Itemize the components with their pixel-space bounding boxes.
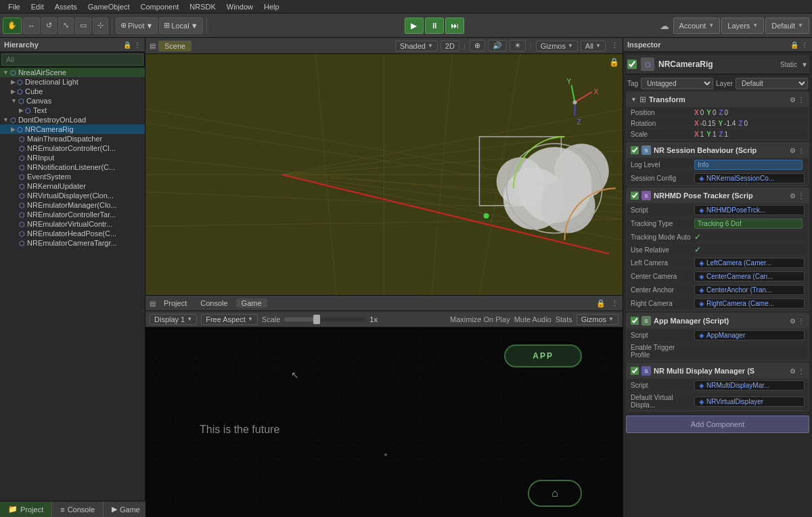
transform-tool-button[interactable]: ⊹ [93,18,108,34]
hand-tool-button[interactable]: ✋ [3,18,22,34]
hierarchy-item-nremulatorcontrollerc[interactable]: ⬡NREmulatorController(Cl... [0,143,145,153]
hierarchy-arrow-canvas[interactable]: ▼ [11,97,17,104]
hierarchy-arrow-nrealairscene[interactable]: ▼ [3,69,9,76]
app-manager-checkbox[interactable] [631,317,639,325]
hierarchy-item-nremulatorvirtualcont[interactable]: ⬡NREmulatorVirtualContr... [0,219,145,229]
transform-header[interactable]: ▼ ⊞ Transform ⚙ ⋮ [627,92,809,108]
pivot-button[interactable]: ⊕ Pivot ▼ [116,18,158,34]
hierarchy-search-input[interactable] [1,53,143,66]
all-dropdown[interactable]: All ▼ [581,41,606,51]
play-button[interactable]: ▶ [405,18,424,34]
menu-item-component[interactable]: Component [135,1,184,12]
scene-tab[interactable]: Scene [158,41,191,51]
session-config-value[interactable]: ◈ NRKernalSessionCo... [694,173,805,183]
hierarchy-item-nremulatormanagerclo[interactable]: ⬡NREmulatorManager(Clo... [0,200,145,210]
layer-select[interactable]: Default [736,78,808,89]
shading-dropdown[interactable]: Shaded ▼ [395,41,438,51]
center-camera-value[interactable]: ◈ CenterCamera (Can... [694,271,805,282]
hierarchy-item-eventsystem[interactable]: ⬡EventSystem [0,172,145,181]
game-canvas[interactable]: APP ↖ This is the future ⌂ [145,328,623,517]
menu-item-nrsdk[interactable]: NRSDK [184,1,221,12]
gizmos-dropdown[interactable]: Gizmos ▼ [536,41,578,51]
layers-button[interactable]: Layers ▼ [721,18,764,34]
hierarchy-item-nremulatorcontrollerta[interactable]: ⬡NREmulatorControllerTar... [0,210,145,219]
2d-toggle[interactable]: 2D [441,41,459,51]
home-button[interactable]: ⌂ [528,480,582,507]
audio-btn[interactable]: 🔊 [488,40,507,51]
right-camera-value[interactable]: ◈ RightCamera (Came... [694,298,805,309]
pos-y-val[interactable]: 0 [713,109,717,116]
app-manager-settings[interactable]: ⚙ [790,317,796,325]
account-button[interactable]: Account ▼ [673,18,721,34]
add-component-button[interactable]: Add Component [626,415,809,433]
tab-console[interactable]: ≡ Console [52,501,104,517]
stats-btn[interactable]: Stats [556,315,572,323]
nr-multi-display-header[interactable]: S NR Multi Display Manager (S ⚙ ⋮ [627,363,809,379]
scale-slider[interactable] [284,317,365,321]
app-script-value[interactable]: ◈ AppManager [694,330,805,340]
layout-button[interactable]: Default ▼ [765,18,809,34]
hierarchy-item-dontdestroyonload[interactable]: ▼⬡DontDestroyOnLoad [0,115,145,125]
app-manager-more[interactable]: ⋮ [798,317,805,325]
rotate-tool-button[interactable]: ↺ [41,18,57,34]
scale-y-val[interactable]: 1 [713,131,717,138]
nr-multi-more[interactable]: ⋮ [798,367,805,375]
hierarchy-arrow-text[interactable]: ▶ [19,107,24,114]
hierarchy-lock-icon[interactable]: 🔒 [123,41,131,49]
nr-multi-script-value[interactable]: ◈ NRMultiDisplayMar... [694,380,805,390]
scale-z-val[interactable]: 1 [725,131,729,138]
rot-z-val[interactable]: 0 [744,120,748,127]
pause-button[interactable]: ⏸ [425,18,444,34]
nr-multi-checkbox[interactable] [631,367,639,375]
hierarchy-item-nrinput[interactable]: ⬡NRInput [0,153,145,162]
hierarchy-item-nrvirtualdisplayeri[interactable]: ⬡NRVirtualDisplayer(Clon... [0,191,145,200]
cloud-icon[interactable]: ☁ [660,20,669,31]
left-camera-value[interactable]: ◈ LeftCamera (Camer... [694,258,805,268]
hierarchy-item-nrnotificationlistenerc[interactable]: ⬡NRNotificationListener(C... [0,162,145,172]
tab-console-bt[interactable]: Console [195,298,233,308]
inspector-lock-icon[interactable]: 🔒 [790,41,798,49]
nrhmd-settings[interactable]: ⚙ [790,192,796,200]
scale-tool-button[interactable]: ⤡ [58,18,74,34]
rot-x-val[interactable]: -0.15 [700,120,716,127]
hierarchy-item-nrcamerarig[interactable]: ▶⬡NRCameraRig [0,125,145,134]
nr-multi-settings[interactable]: ⚙ [790,367,796,375]
static-badge[interactable]: Static [780,61,797,68]
hierarchy-content[interactable]: ▼⬡NrealAirScene▶⬡Directional Light▶⬡Cube… [0,68,145,501]
center-anchor-value[interactable]: ◈ CenterAnchor (Tran... [694,285,805,295]
render-options[interactable]: ⊕ [470,40,485,51]
nr-session-checkbox[interactable] [631,146,639,154]
gizmos-game-dropdown[interactable]: Gizmos ▼ [577,314,618,325]
tab-game-bt[interactable]: Game [236,298,267,308]
scale-x-val[interactable]: 1 [700,131,704,138]
menu-item-assets[interactable]: Assets [49,1,83,12]
hierarchy-item-nrealairscene[interactable]: ▼⬡NrealAirScene [0,68,145,77]
nrhmd-script-value[interactable]: ◈ NRHMDPoseTrck... [694,205,805,215]
rect-tool-button[interactable]: ▭ [75,18,91,34]
tab-project-bt[interactable]: Project [158,298,192,308]
hierarchy-item-text[interactable]: ▶⬡Text [0,106,145,115]
log-level-value[interactable]: Info [694,160,803,170]
menu-item-help[interactable]: Help [258,1,285,12]
menu-item-edit[interactable]: Edit [26,1,49,12]
display-dropdown[interactable]: Display 1 ▼ [150,314,197,325]
default-virtual-value[interactable]: ◈ NRVirtualDisplayer [694,397,805,407]
app-manager-header[interactable]: S App Manager (Script) ⚙ ⋮ [627,313,809,329]
local-button[interactable]: ⊞ Local ▼ [159,18,202,34]
scene-extra-btn[interactable]: ⋮ [611,41,618,50]
nrhmd-more[interactable]: ⋮ [798,192,805,200]
mute-audio[interactable]: Mute Audio [514,315,551,323]
go-name[interactable]: NRCameraRig [658,60,713,69]
nr-session-settings[interactable]: ⚙ [790,147,796,154]
hierarchy-item-canvas[interactable]: ▼⬡Canvas [0,96,145,106]
hierarchy-item-cube[interactable]: ▶⬡Cube [0,87,145,96]
nrhmd-checkbox[interactable] [631,192,639,200]
scene-canvas[interactable]: X Y Z < Persp 🔒 [145,54,623,295]
hierarchy-arrow-cube[interactable]: ▶ [11,88,16,95]
app-button[interactable]: APP [504,344,582,367]
pos-x-val[interactable]: 0 [700,109,704,116]
step-button[interactable]: ⏭ [445,18,464,34]
game-menu-icon[interactable]: ⋮ [611,299,618,308]
hierarchy-menu-icon[interactable]: ⋮ [134,41,141,49]
go-active-checkbox[interactable] [627,60,637,69]
